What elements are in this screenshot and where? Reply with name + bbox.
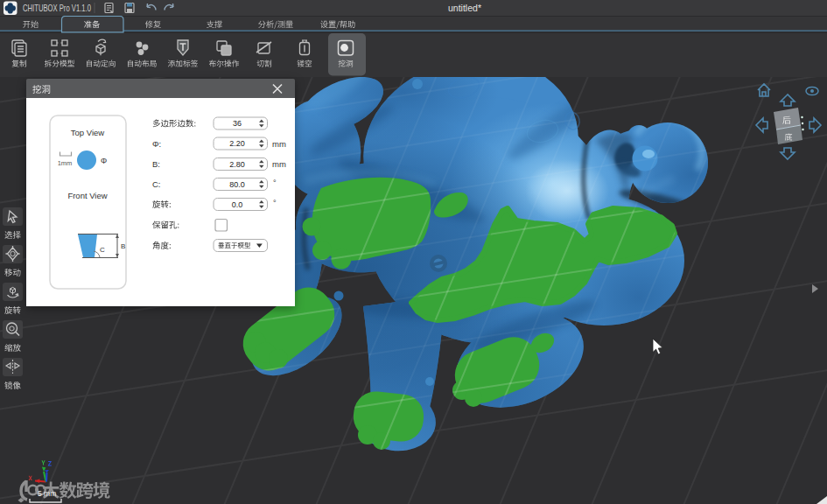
svg-text:mm: mm	[272, 159, 286, 169]
svg-text:1mm: 1mm	[58, 159, 73, 167]
svg-text:5 mm: 5 mm	[38, 489, 56, 498]
svg-text:36: 36	[233, 119, 242, 128]
svg-text:0.0: 0.0	[232, 200, 243, 209]
svg-text:B: B	[121, 242, 125, 250]
svg-text:°: °	[273, 178, 277, 187]
svg-text:Top View: Top View	[71, 128, 105, 137]
svg-text:untitled*: untitled*	[448, 3, 481, 13]
svg-text:C: C	[100, 246, 105, 254]
svg-text:C:: C:	[152, 179, 161, 189]
svg-text:80.0: 80.0	[229, 180, 245, 189]
svg-text:B:: B:	[152, 159, 160, 169]
svg-text:Front View: Front View	[67, 191, 107, 200]
svg-text:Φ:: Φ:	[152, 139, 161, 149]
svg-text:2.20: 2.20	[229, 139, 245, 148]
svg-text:mm: mm	[272, 139, 286, 149]
svg-text:CHITUBOX Pro V1.1.0: CHITUBOX Pro V1.1.0	[23, 3, 91, 13]
svg-text:2.80: 2.80	[229, 160, 245, 169]
svg-text:Φ: Φ	[101, 157, 107, 165]
svg-text:°: °	[273, 199, 277, 207]
